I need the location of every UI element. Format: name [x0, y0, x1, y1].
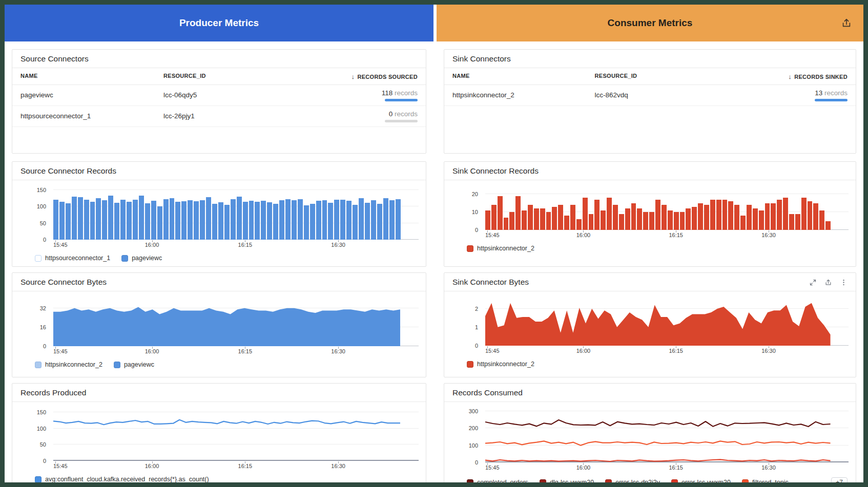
legend-label: completed_orders	[477, 479, 528, 482]
bar	[546, 212, 551, 230]
bar	[759, 210, 764, 230]
source-connector-bytes-card: Source Connector Bytes 32160 15:4516:001…	[12, 272, 426, 377]
y-tick-label: 0	[43, 236, 46, 243]
legend-label: error-lcc-vwxm20	[681, 479, 731, 482]
legend-label: error-lcc-dp2j2y	[615, 479, 660, 482]
bar	[740, 216, 746, 230]
bar	[558, 205, 563, 230]
y-tick-label: 0	[475, 342, 478, 349]
x-axis-labels: 15:4516:0016:1516:30	[53, 463, 419, 471]
chart-plot	[485, 298, 849, 346]
legend-swatch-icon	[35, 362, 42, 368]
column-records-sourced[interactable]: ↓ RECORDS SOURCED	[306, 73, 418, 80]
export-icon[interactable]	[824, 279, 832, 286]
bar	[273, 204, 278, 240]
bar	[292, 200, 297, 240]
bar	[139, 196, 144, 240]
x-tick-label: 15:45	[53, 242, 68, 248]
bar	[613, 205, 618, 230]
bar	[655, 200, 660, 230]
bar	[181, 201, 187, 240]
bar	[243, 202, 248, 240]
source-connector-bytes-chart: 32160	[12, 291, 426, 346]
chart-plot	[485, 408, 849, 462]
bar	[267, 202, 272, 240]
sink-connector-records-card: Sink Connector Records 20100 15:4516:001…	[444, 161, 856, 267]
legend-item[interactable]: dlq-lcc-vwxm20	[540, 479, 594, 482]
legend-swatch-icon	[540, 479, 546, 483]
chart-legend: httpsinkconnector_2	[467, 361, 848, 368]
legend-label: httpsourceconnector_1	[45, 255, 110, 262]
bar	[396, 199, 401, 240]
export-icon[interactable]	[841, 17, 852, 29]
x-tick-label: 16:15	[238, 348, 253, 354]
card-title: Source Connector Records	[20, 166, 116, 176]
bar	[485, 210, 490, 230]
chart-plot	[53, 298, 419, 346]
x-tick-label: 16:00	[145, 463, 159, 469]
bar	[231, 199, 236, 240]
y-tick-label: 1	[475, 324, 478, 331]
legend-item[interactable]: completed_orders	[467, 479, 528, 482]
legend-item[interactable]: filtered_topic	[742, 479, 789, 482]
x-tick-label: 16:00	[576, 464, 591, 471]
records-consumed-chart: 3002001000	[444, 402, 856, 462]
kebab-menu-icon[interactable]	[840, 279, 848, 286]
x-tick-label: 15:45	[53, 463, 68, 469]
x-tick-label: 16:00	[145, 242, 159, 248]
bar	[643, 212, 648, 230]
bar	[819, 210, 824, 230]
bar	[371, 200, 376, 240]
legend-item[interactable]: error-lcc-dp2j2y	[605, 479, 660, 482]
bar	[261, 201, 266, 240]
bar	[188, 200, 193, 240]
legend-item[interactable]: httpsinkconnector_2	[467, 245, 534, 252]
legend-item[interactable]: error-lcc-vwxm20	[671, 479, 731, 482]
legend-label: httpsinkconnector_2	[477, 245, 534, 252]
fullscreen-icon[interactable]	[809, 279, 817, 286]
legend-item[interactable]: httpsinkconnector_2	[467, 361, 534, 368]
bar	[625, 208, 630, 230]
column-records-sinked[interactable]: ↓ RECORDS SINKED	[737, 73, 848, 80]
bar	[133, 200, 138, 240]
legend-item[interactable]: httpsinkconnector_2	[35, 361, 102, 368]
legend-item[interactable]: httpsourceconnector_1	[35, 255, 110, 262]
bar	[157, 206, 162, 240]
bar	[515, 196, 521, 230]
chart-plot	[53, 408, 419, 461]
legend-more-badge[interactable]: +7	[831, 477, 848, 482]
bar	[728, 201, 733, 230]
bar	[528, 205, 533, 230]
bar	[170, 198, 175, 240]
bar	[249, 201, 254, 240]
bar	[716, 200, 721, 230]
bar	[795, 214, 800, 230]
bar	[509, 212, 514, 230]
bar	[710, 200, 715, 230]
chart-legend: httpsourceconnector_1pageviewc	[35, 255, 418, 262]
legend-label: pageviewc	[132, 255, 162, 262]
bar	[576, 219, 582, 230]
bar	[680, 212, 685, 230]
x-tick-label: 16:15	[669, 348, 683, 354]
bar	[789, 214, 794, 230]
connector-name: pageviewc	[20, 89, 163, 99]
bar	[346, 201, 352, 240]
legend-label: avg:confluent_cloud.kafka.received_recor…	[45, 476, 209, 482]
records-bar	[815, 99, 848, 101]
legend-item[interactable]: pageviewc	[114, 361, 154, 368]
legend-swatch-icon	[114, 362, 120, 368]
bar	[120, 200, 126, 240]
bar	[594, 200, 600, 230]
legend-item[interactable]: avg:confluent_cloud.kafka.received_recor…	[35, 476, 209, 482]
sink-connectors-card: Sink Connectors NAME RESOURCE_ID ↓ RECOR…	[444, 49, 856, 154]
dashboard: Producer Metrics Source Connectors NAME …	[5, 5, 863, 482]
connector-name: httpsourceconnector_1	[20, 110, 163, 120]
bar	[279, 200, 284, 240]
sink-connectors-table: httpsinkconnector_2lcc-862vdq13 records	[444, 85, 856, 106]
bar	[734, 205, 739, 230]
records-cell: 118 records	[306, 89, 418, 101]
table-row: httpsinkconnector_2lcc-862vdq13 records	[444, 85, 856, 106]
legend-item[interactable]: pageviewc	[121, 255, 162, 262]
x-tick-label: 16:30	[331, 463, 345, 469]
